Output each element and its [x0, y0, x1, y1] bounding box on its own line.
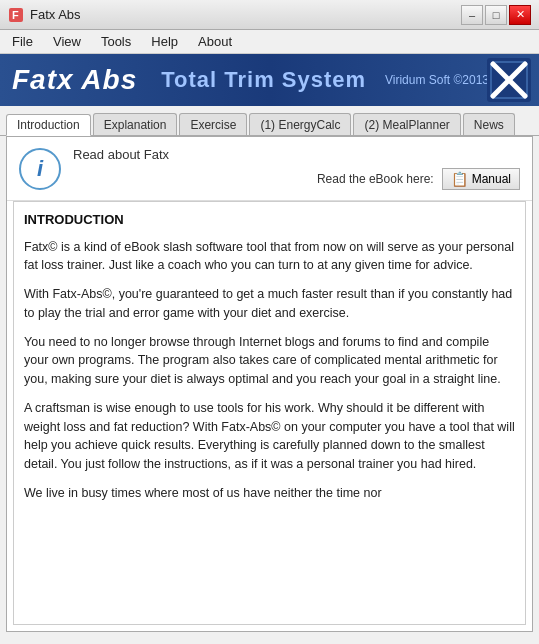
- ebook-label: Read the eBook here:: [317, 172, 434, 186]
- restore-button[interactable]: □: [485, 5, 507, 25]
- title-bar-left: F Fatx Abs: [8, 7, 81, 23]
- tab-exercise[interactable]: Exercise: [179, 113, 247, 135]
- info-text-area: Read about Fatx Read the eBook here: 📋 M…: [73, 147, 520, 190]
- title-bar: F Fatx Abs – □ ✕: [0, 0, 539, 30]
- intro-para-3: You need to no longer browse through Int…: [24, 333, 515, 389]
- menu-tools[interactable]: Tools: [93, 32, 139, 51]
- app-icon: F: [8, 7, 24, 23]
- tab-energycalc[interactable]: (1) EnergyCalc: [249, 113, 351, 135]
- app-header: Fatx Abs Total Trim System Viridum Soft …: [0, 54, 539, 106]
- window-title: Fatx Abs: [30, 7, 81, 22]
- tab-introduction[interactable]: Introduction: [6, 114, 91, 136]
- ebook-row: Read the eBook here: 📋 Manual: [73, 168, 520, 190]
- intro-para-4: A craftsman is wise enough to use tools …: [24, 399, 515, 474]
- intro-para-5: We live in busy times where most of us h…: [24, 484, 515, 503]
- menu-bar: File View Tools Help About: [0, 30, 539, 54]
- window-controls: – □ ✕: [461, 5, 531, 25]
- menu-view[interactable]: View: [45, 32, 89, 51]
- text-content[interactable]: INTRODUCTION Fatx© is a kind of eBook sl…: [13, 201, 526, 625]
- brand-logo: [487, 58, 531, 102]
- menu-help[interactable]: Help: [143, 32, 186, 51]
- app-subtitle: Total Trim System: [161, 67, 366, 93]
- info-icon: i: [19, 148, 61, 190]
- minimize-button[interactable]: –: [461, 5, 483, 25]
- read-about-label: Read about Fatx: [73, 147, 520, 162]
- svg-text:F: F: [12, 9, 19, 21]
- tab-mealplanner[interactable]: (2) MealPlanner: [353, 113, 460, 135]
- copyright-text: Viridum Soft ©2013: [385, 73, 489, 87]
- tab-explanation[interactable]: Explanation: [93, 113, 178, 135]
- close-button[interactable]: ✕: [509, 5, 531, 25]
- main-content: i Read about Fatx Read the eBook here: 📋…: [6, 136, 533, 632]
- menu-file[interactable]: File: [4, 32, 41, 51]
- tab-news[interactable]: News: [463, 113, 515, 135]
- manual-button[interactable]: 📋 Manual: [442, 168, 520, 190]
- app-name: Fatx Abs: [12, 64, 137, 96]
- intro-para-1: Fatx© is a kind of eBook slash software …: [24, 238, 515, 276]
- info-section: i Read about Fatx Read the eBook here: 📋…: [7, 137, 532, 201]
- book-icon: 📋: [451, 171, 468, 187]
- intro-para-2: With Fatx-Abs©, you're guaranteed to get…: [24, 285, 515, 323]
- tabs-container: Introduction Explanation Exercise (1) En…: [0, 106, 539, 136]
- menu-about[interactable]: About: [190, 32, 240, 51]
- intro-heading: INTRODUCTION: [24, 210, 515, 230]
